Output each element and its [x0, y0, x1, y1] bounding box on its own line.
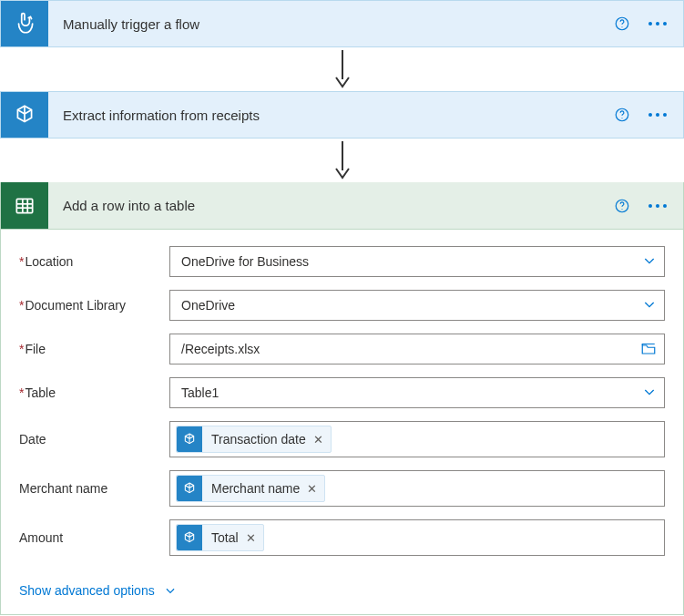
- file-picker[interactable]: /Receipts.xlsx: [169, 334, 665, 364]
- label-table: Table: [19, 385, 169, 400]
- flow-step-extract[interactable]: Extract information from receipts: [0, 91, 684, 139]
- remove-token-icon[interactable]: ✕: [244, 531, 263, 545]
- more-menu-icon[interactable]: [648, 113, 667, 117]
- dynamic-token[interactable]: Transaction date ✕: [176, 426, 332, 453]
- merchant-input[interactable]: Merchant name ✕: [169, 470, 665, 507]
- label-file: File: [19, 342, 169, 356]
- more-menu-icon[interactable]: [648, 204, 667, 208]
- svg-point-4: [621, 118, 622, 118]
- ai-builder-icon: [177, 476, 202, 501]
- step-title: Add a row into a table: [48, 198, 614, 213]
- chevron-down-icon: [642, 297, 657, 314]
- connector-arrow: [0, 139, 684, 182]
- date-input[interactable]: Transaction date ✕: [169, 421, 665, 457]
- flow-step-trigger[interactable]: Manually trigger a flow: [0, 0, 684, 47]
- svg-point-1: [621, 26, 622, 27]
- remove-token-icon[interactable]: ✕: [305, 482, 324, 496]
- label-library: Document Library: [19, 298, 169, 313]
- ai-builder-icon: [1, 92, 48, 138]
- label-date: Date: [19, 432, 169, 447]
- ai-builder-icon: [177, 426, 202, 452]
- library-select[interactable]: OneDrive: [169, 290, 665, 321]
- folder-icon[interactable]: [640, 341, 657, 358]
- chevron-down-icon: [642, 385, 657, 402]
- ai-builder-icon: [177, 525, 202, 550]
- show-advanced-link[interactable]: Show advanced options: [19, 583, 177, 598]
- amount-input[interactable]: Total ✕: [169, 519, 665, 556]
- label-merchant: Merchant name: [19, 481, 169, 496]
- flow-step-add-row[interactable]: Add a row into a table: [1, 182, 683, 230]
- chevron-down-icon: [642, 253, 657, 271]
- label-amount: Amount: [19, 530, 169, 545]
- more-menu-icon[interactable]: [648, 22, 667, 26]
- manual-trigger-icon: [1, 1, 48, 46]
- remove-token-icon[interactable]: ✕: [311, 433, 331, 447]
- step-title: Extract information from receipts: [48, 108, 614, 123]
- dynamic-token[interactable]: Merchant name ✕: [176, 475, 325, 502]
- excel-icon: [1, 182, 48, 229]
- chevron-down-icon: [164, 584, 177, 597]
- svg-rect-6: [16, 199, 32, 212]
- table-select[interactable]: Table1: [169, 377, 665, 408]
- help-icon[interactable]: [614, 107, 630, 123]
- help-icon[interactable]: [614, 198, 630, 214]
- step-title: Manually trigger a flow: [48, 16, 614, 32]
- help-icon[interactable]: [614, 15, 630, 32]
- label-location: Location: [19, 254, 169, 269]
- connector-arrow: [0, 47, 684, 91]
- location-select[interactable]: OneDrive for Business: [169, 246, 665, 277]
- dynamic-token[interactable]: Total ✕: [176, 524, 264, 551]
- svg-point-12: [621, 209, 622, 210]
